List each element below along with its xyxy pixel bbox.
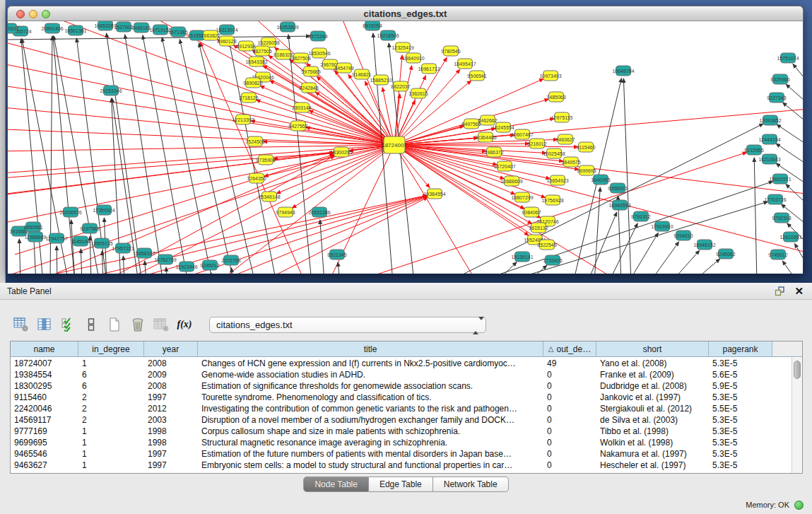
table-cell[interactable]: 9699695 [11,437,78,448]
table-cell[interactable]: Franke et al. (2009) [596,369,709,380]
network-node[interactable]: 9827505 [252,46,271,56]
table-cell[interactable]: 9465546 [11,448,78,460]
table-cell[interactable]: 2003 [144,414,198,426]
table-cell[interactable]: Stergiakouli et al. (2012) [596,403,709,414]
network-node[interactable]: 8186328 [273,49,293,59]
network-node[interactable]: 8521345 [327,250,346,259]
table-cell[interactable]: 5.3E-5 [709,414,772,426]
table-mode-button[interactable] [13,315,30,334]
table-row[interactable]: 2242004622012Investigating the contribut… [11,403,792,414]
network-node[interactable]: 15885210 [370,75,392,85]
table-row[interactable]: 1456911722003Disruption of a novel membe… [11,414,792,426]
table-cell[interactable]: 5.9E-5 [709,380,772,392]
network-node[interactable]: 1362615 [408,88,428,98]
table-cell[interactable]: Estimation of the future numbers of pati… [198,448,543,460]
network-node[interactable]: 16210643 [758,154,780,164]
table-cell[interactable]: 0 [543,369,596,380]
row-select-button[interactable] [59,315,76,334]
table-cell[interactable]: 0 [543,426,596,437]
network-node[interactable]: 1145194 [71,236,90,246]
table-row[interactable]: 1938455462009Genome-wide association stu… [11,369,792,380]
network-node[interactable]: 12923446 [175,262,197,271]
column-header-short[interactable]: short [596,341,709,356]
network-node[interactable]: 8791312 [631,211,650,221]
table-cell[interactable]: 1997 [144,460,198,471]
table-selector-dropdown[interactable]: citations_edges.txt [209,317,486,333]
table-row[interactable]: 911546021997Tourette syndrome. Phenomeno… [11,392,792,403]
table-cell[interactable]: Genome-wide association studies in ADHD. [198,369,543,380]
network-node[interactable]: 8572244 [308,31,327,41]
table-row[interactable]: 1830029562008Estimation of significance … [11,380,792,392]
network-node[interactable]: 19218506 [377,30,399,40]
close-panel-icon[interactable]: ✕ [794,284,804,298]
network-node[interactable]: 20891406 [41,23,63,33]
network-node[interactable]: 7264350 [247,173,266,183]
window-titlebar[interactable]: citations_edges.txt [7,6,804,21]
table-cell[interactable]: 9115460 [11,392,78,403]
table-cell[interactable]: Structural magnetic resonance image aver… [198,437,543,448]
table-cell[interactable]: 5.3E-5 [709,426,772,437]
network-node[interactable]: 15692971 [769,174,791,184]
table-cell[interactable]: 1 [78,358,144,369]
table-cell[interactable]: 5.3E-5 [709,437,772,448]
table-cell[interactable]: 2009 [144,369,198,380]
network-node[interactable]: 5975685 [301,66,320,76]
table-cell[interactable]: 0 [543,403,596,414]
table-cell[interactable]: 2008 [144,358,198,369]
column-header-year[interactable]: year [144,341,198,356]
network-node[interactable]: 1640955 [591,175,610,185]
network-node[interactable]: 8454749 [334,63,353,73]
network-node[interactable]: 17703726 [764,194,786,204]
table-cell[interactable]: 5.3E-5 [709,358,772,369]
network-node[interactable]: 20206576 [59,207,81,217]
network-node[interactable]: 16245554 [492,122,514,132]
network-node[interactable]: 9242848 [299,83,318,93]
table-cell[interactable]: Changes of HCN gene expression and I(f) … [198,358,543,369]
network-node[interactable]: 13654923 [546,175,568,185]
table-cell[interactable]: Dudbridge et al. (2008) [596,380,709,392]
table-cell[interactable]: Hescheler et al. (1997) [596,460,709,471]
table-cell[interactable]: 5.5E-5 [709,403,772,414]
network-node[interactable]: 9245062 [716,249,735,259]
network-node[interactable]: 7524502 [245,136,264,146]
network-node[interactable]: 9671385 [168,27,187,37]
network-node[interactable]: 9394610 [673,230,693,240]
table-cell[interactable]: 5.3E-5 [709,392,772,403]
network-node[interactable]: 17359924 [93,205,114,215]
table-cell[interactable]: 1997 [144,448,198,460]
table-cell[interactable]: Tourette syndrome. Phenomenology and cla… [198,392,543,403]
function-builder-button[interactable]: f(x) [176,315,193,334]
network-node[interactable]: 9197588 [80,223,99,233]
network-node[interactable]: 9849575 [561,157,580,167]
network-node[interactable]: 9780546 [441,46,460,56]
column-header-title[interactable]: title [198,341,543,356]
table-cell[interactable]: 5.6E-5 [709,369,772,380]
table-cell[interactable]: 1 [78,448,144,460]
table-cell[interactable]: 1 [78,426,144,437]
table-cell[interactable]: 0 [543,414,596,426]
network-node[interactable]: 18724007 [382,136,407,153]
network-node[interactable]: 17919910 [651,221,673,231]
network-node[interactable]: 7462662 [478,115,497,125]
network-node[interactable]: 9358923 [608,183,627,193]
network-node[interactable]: 9227343 [767,93,786,103]
table-cell[interactable]: 1998 [144,426,198,437]
table-row[interactable]: 946362711997Embryonic stem cells: a mode… [11,460,792,471]
row-height-button[interactable] [83,315,100,334]
network-node[interactable]: 9506541 [467,71,486,81]
create-table-button[interactable] [106,315,123,334]
network-node[interactable]: 18530546 [308,48,330,58]
table-cell[interactable]: Corpus callosum shape and size in male p… [198,426,543,437]
table-cell[interactable]: Disruption of a novel member of a sodium… [198,414,543,426]
table-cell[interactable]: Embryonic stem cells: a model to study s… [198,460,543,471]
network-node[interactable]: 17957223 [112,243,134,253]
table-cell[interactable]: Yano et al. (2008) [596,358,709,369]
network-node[interactable]: 16053809 [276,22,298,32]
network-node[interactable]: 8427552 [288,121,307,131]
column-header-out_degree[interactable]: △out_de… [543,341,596,356]
network-node[interactable]: 9329966 [770,74,789,84]
table-cell[interactable]: 14569117 [11,414,78,426]
network-node[interactable]: 12444154 [758,134,780,144]
table-cell[interactable]: 0 [543,437,596,448]
table-cell[interactable]: 0 [543,460,596,471]
